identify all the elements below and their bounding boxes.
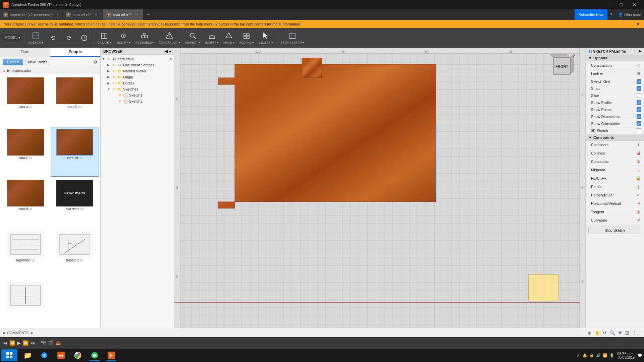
redo-btn[interactable] bbox=[61, 29, 76, 46]
concentric-icon[interactable]: ◎ bbox=[635, 159, 641, 165]
construct-btn[interactable]: CONSTRUCT ▾ bbox=[157, 29, 182, 46]
tab-close-3[interactable]: ✕ bbox=[135, 13, 138, 16]
help-button[interactable]: ? bbox=[607, 9, 615, 20]
hv-icon[interactable]: ⊣ bbox=[635, 200, 641, 206]
pan-tool-icon[interactable]: ✋ bbox=[594, 330, 600, 336]
tangent-icon[interactable]: ◎ bbox=[635, 209, 641, 215]
tree-item-sketch2[interactable]: 👁 📋 Sketch2 bbox=[101, 98, 174, 104]
file-item-superman[interactable]: ←──────────→ superman V2 bbox=[1, 229, 50, 279]
sketch-tool-1[interactable]: SKETCH ▾ bbox=[26, 29, 45, 46]
tree-item-named-views[interactable]: ▶ 👁 📁 Named Views bbox=[101, 68, 174, 74]
close-button[interactable]: ✕ bbox=[628, 0, 641, 9]
new-folder-button[interactable]: New Folder bbox=[25, 59, 50, 65]
create-btn[interactable]: CREATE ▾ bbox=[95, 29, 114, 46]
fix-icon[interactable]: 🔒 bbox=[635, 175, 641, 181]
next-btn[interactable]: ⏩ bbox=[23, 340, 29, 346]
notification-icon[interactable]: 💬 bbox=[637, 353, 643, 358]
midpoint-icon[interactable]: △ bbox=[635, 167, 641, 173]
file-item-cara-a[interactable]: cara a V3 bbox=[1, 76, 50, 126]
tray-icon-2[interactable]: 🔒 bbox=[589, 353, 594, 358]
sketch-grid-checkbox[interactable]: ✓ bbox=[637, 79, 641, 84]
show-points-checkbox[interactable]: ✓ bbox=[637, 107, 641, 112]
close-warning-button[interactable]: ✕ bbox=[636, 21, 640, 27]
skip-start-btn[interactable]: ⏮ bbox=[3, 340, 7, 346]
new-tab-button[interactable]: + bbox=[143, 9, 153, 20]
assemble-btn[interactable]: ASSEMBLE ▾ bbox=[133, 29, 156, 46]
show-dims-checkbox[interactable]: ✓ bbox=[637, 114, 641, 119]
tab-close-1[interactable]: ✕ bbox=[56, 13, 59, 16]
zoom-tool-icon[interactable]: 🔍 bbox=[609, 330, 615, 336]
taskbar-ie[interactable]: e bbox=[36, 349, 52, 361]
tray-icon-4[interactable]: 📶 bbox=[602, 353, 608, 358]
select-btn[interactable]: SELECT ▾ bbox=[257, 29, 275, 46]
show-profile-checkbox[interactable]: ✓ bbox=[637, 100, 641, 105]
taskbar-fusion360[interactable]: F bbox=[103, 349, 119, 361]
coincident-icon[interactable]: ⊥ bbox=[635, 142, 641, 148]
construction-icon-btn[interactable]: ◁ bbox=[635, 62, 641, 68]
view-cube[interactable]: FRONT Z bbox=[550, 54, 577, 81]
taskbar-chrome[interactable] bbox=[70, 349, 86, 361]
display-tool-icon[interactable]: ⊞ bbox=[625, 330, 629, 336]
tray-icon-3[interactable]: 🔊 bbox=[596, 353, 601, 358]
snap-tool-icon[interactable]: ⊕ bbox=[588, 330, 592, 336]
insert-btn[interactable]: INSERT ▾ bbox=[203, 29, 221, 46]
start-button[interactable] bbox=[1, 349, 17, 361]
browser-collapse-icon[interactable]: ◀ bbox=[165, 49, 168, 54]
stop-sketch-btn-toolbar[interactable]: STOP SKETCH ▾ bbox=[279, 29, 307, 46]
file-item-star-wars[interactable]: STAR WARS star wars V2 bbox=[51, 178, 99, 228]
file-item-cara-cd[interactable]: cara cd V1 bbox=[51, 127, 99, 177]
panel-settings-icon[interactable]: ⚙ bbox=[93, 59, 98, 65]
maximize-button[interactable]: □ bbox=[614, 0, 628, 9]
inspect-btn[interactable]: INSPECT ▾ bbox=[183, 29, 202, 46]
tree-item-bodies[interactable]: ▶ 👁 📁 Bodies bbox=[101, 80, 174, 86]
prev-btn[interactable]: ⏪ bbox=[9, 340, 15, 346]
snap-checkbox[interactable]: ✓ bbox=[637, 86, 641, 91]
tree-item-doc-settings[interactable]: ▶ 👁 ⚙ Document Settings bbox=[101, 62, 174, 68]
history-btn[interactable] bbox=[77, 29, 92, 46]
addins-btn[interactable]: ADD-INS ▾ bbox=[237, 29, 256, 46]
data-tab[interactable]: Data bbox=[0, 48, 50, 57]
taskbar-app3[interactable]: ◆◆ bbox=[53, 349, 69, 361]
taskbar-fileexplorer[interactable]: 📁 bbox=[19, 349, 36, 361]
orbit-tool-icon[interactable]: ↺ bbox=[603, 330, 607, 336]
constraints-section-header[interactable]: ▼ Constraints bbox=[586, 134, 644, 141]
file-item-trabajo2[interactable]: ── trabajo 2 V1 bbox=[51, 229, 99, 279]
tab-close-2[interactable]: ✕ bbox=[95, 13, 97, 16]
play-btn[interactable]: ▶ bbox=[17, 340, 21, 346]
tree-item-origin[interactable]: ▶ 👁 📁 Origin bbox=[101, 74, 174, 80]
camera-icon[interactable]: 📷 bbox=[41, 340, 46, 345]
tray-icon-1[interactable]: 🔔 bbox=[582, 353, 588, 358]
3d-sketch-checkbox[interactable] bbox=[637, 128, 641, 133]
taskbar-spotify[interactable] bbox=[87, 349, 103, 361]
stop-sketch-palette-btn[interactable]: Stop Sketch bbox=[588, 227, 641, 234]
file-item-cara-c[interactable]: cara c V1 bbox=[1, 127, 50, 177]
file-item-last[interactable] bbox=[1, 280, 50, 326]
browser-toggle-icon[interactable]: ● bbox=[169, 49, 171, 54]
export-icon[interactable]: 📤 bbox=[55, 340, 61, 345]
modify-btn[interactable]: MODIFY ▾ bbox=[114, 29, 132, 46]
grid-tool-icon[interactable]: ⋮⋮ bbox=[632, 330, 641, 336]
slice-checkbox[interactable] bbox=[637, 93, 641, 98]
tree-item-sketch1[interactable]: 👁 📋 Sketch1 bbox=[101, 92, 174, 98]
tree-item-sketches[interactable]: ▼ 👁 📁 Sketches bbox=[101, 86, 174, 92]
options-section-header[interactable]: ▼ Options bbox=[586, 55, 644, 61]
collinear-icon[interactable]: ⇶ bbox=[635, 150, 641, 156]
make-btn[interactable]: MAKE ▾ bbox=[221, 29, 236, 46]
minimize-button[interactable]: ─ bbox=[601, 0, 614, 9]
tab-2[interactable]: ⚡ cara cd v1* ✕ bbox=[63, 9, 103, 20]
undo-btn[interactable] bbox=[46, 29, 61, 46]
parallel-icon[interactable]: ∥ bbox=[635, 184, 641, 190]
folder-nav-icon[interactable]: ⌂ bbox=[3, 68, 5, 72]
show-constraints-checkbox[interactable]: ✓ bbox=[637, 121, 641, 126]
skip-end-btn[interactable]: ⏭ bbox=[31, 340, 35, 346]
tray-icon-5[interactable]: 🔋 bbox=[609, 353, 614, 358]
curvature-icon[interactable]: ↗ bbox=[635, 217, 641, 223]
people-tab[interactable]: People bbox=[50, 48, 101, 57]
video-icon[interactable]: 🎬 bbox=[48, 340, 53, 345]
comments-expand-icon[interactable]: ● bbox=[31, 331, 33, 335]
viewport[interactable]: -100 -75 -50 -25 75 50 25 bbox=[174, 48, 585, 328]
file-item-cara-b[interactable]: cara b V3 bbox=[51, 76, 99, 126]
tab-1[interactable]: ⚡ superman (v2-recovered)* ✕ bbox=[0, 9, 63, 20]
upload-button[interactable]: Upload bbox=[3, 59, 23, 65]
model-dropdown[interactable]: MODEL ▾ bbox=[2, 34, 23, 42]
